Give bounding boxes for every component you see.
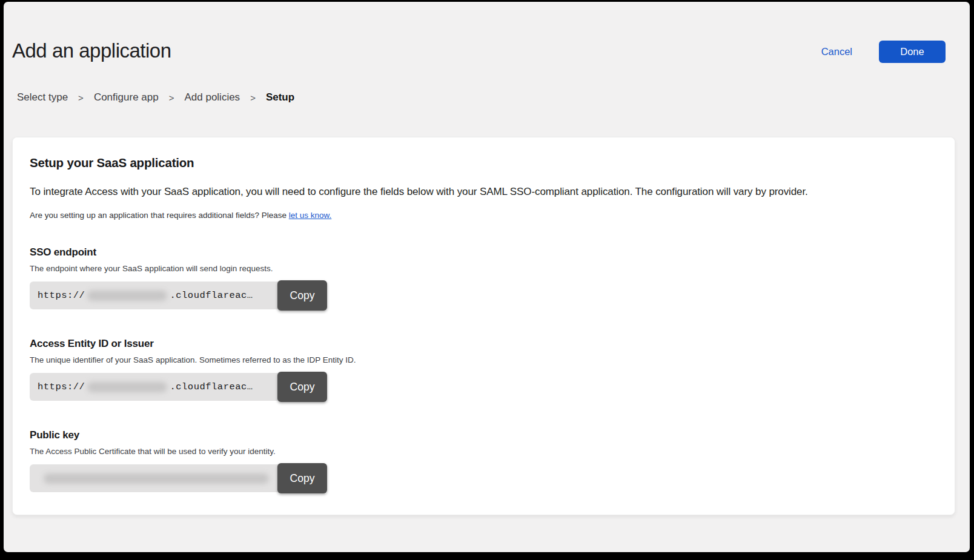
sso-endpoint-row: https:// .cloudflareac… Copy: [30, 280, 938, 311]
card-note: Are you setting up an application that r…: [30, 211, 938, 220]
done-button[interactable]: Done: [879, 41, 946, 63]
header-actions: Cancel Done: [821, 41, 946, 63]
sso-endpoint-description: The endpoint where your SaaS application…: [30, 264, 938, 273]
breadcrumb-setup: Setup: [266, 91, 294, 104]
redacted-text: [87, 382, 167, 392]
breadcrumb-separator: >: [78, 93, 84, 103]
value-suffix: .cloudflareac…: [170, 381, 253, 392]
cancel-button[interactable]: Cancel: [821, 46, 852, 58]
access-entity-id-value[interactable]: https:// .cloudflareac…: [30, 373, 278, 401]
sso-endpoint-value[interactable]: https:// .cloudflareac…: [30, 282, 278, 309]
value-prefix: https://: [38, 381, 85, 392]
copy-public-key-button[interactable]: Copy: [277, 463, 327, 493]
page-title: Add an application: [12, 39, 171, 62]
copy-access-entity-id-button[interactable]: Copy: [277, 372, 327, 402]
breadcrumb-separator: >: [169, 93, 174, 103]
sso-endpoint-label: SSO endpoint: [30, 246, 938, 259]
card-intro: To integrate Access with your SaaS appli…: [30, 186, 938, 198]
breadcrumb-separator: >: [250, 93, 256, 103]
card-title: Setup your SaaS application: [30, 156, 938, 170]
let-us-know-link[interactable]: let us know.: [289, 211, 332, 220]
access-entity-id-label: Access Entity ID or Issuer: [30, 338, 938, 350]
breadcrumb: Select type > Configure app > Add polici…: [4, 91, 970, 104]
field-group-sso-endpoint: SSO endpoint The endpoint where your Saa…: [30, 246, 938, 311]
public-key-description: The Access Public Certificate that will …: [30, 447, 938, 456]
access-entity-id-row: https:// .cloudflareac… Copy: [30, 371, 938, 403]
setup-card: Setup your SaaS application To integrate…: [12, 137, 955, 515]
page-header: Add an application Cancel Done: [4, 2, 970, 63]
redacted-text: [44, 473, 269, 484]
public-key-value[interactable]: [30, 464, 278, 492]
field-group-public-key: Public key The Access Public Certificate…: [30, 429, 938, 494]
value-suffix: .cloudflareac…: [170, 290, 253, 301]
breadcrumb-select-type[interactable]: Select type: [17, 91, 68, 104]
redacted-text: [87, 291, 167, 301]
public-key-row: Copy: [30, 463, 938, 494]
breadcrumb-add-policies[interactable]: Add policies: [184, 91, 240, 104]
copy-sso-endpoint-button[interactable]: Copy: [277, 280, 327, 311]
page: Add an application Cancel Done Select ty…: [4, 2, 970, 552]
public-key-label: Public key: [30, 429, 938, 441]
note-text: Are you setting up an application that r…: [30, 211, 289, 220]
field-group-access-entity-id: Access Entity ID or Issuer The unique id…: [30, 338, 938, 403]
breadcrumb-configure-app[interactable]: Configure app: [94, 91, 159, 104]
access-entity-id-description: The unique identifier of your SaaS appli…: [30, 355, 938, 364]
value-prefix: https://: [38, 290, 85, 301]
